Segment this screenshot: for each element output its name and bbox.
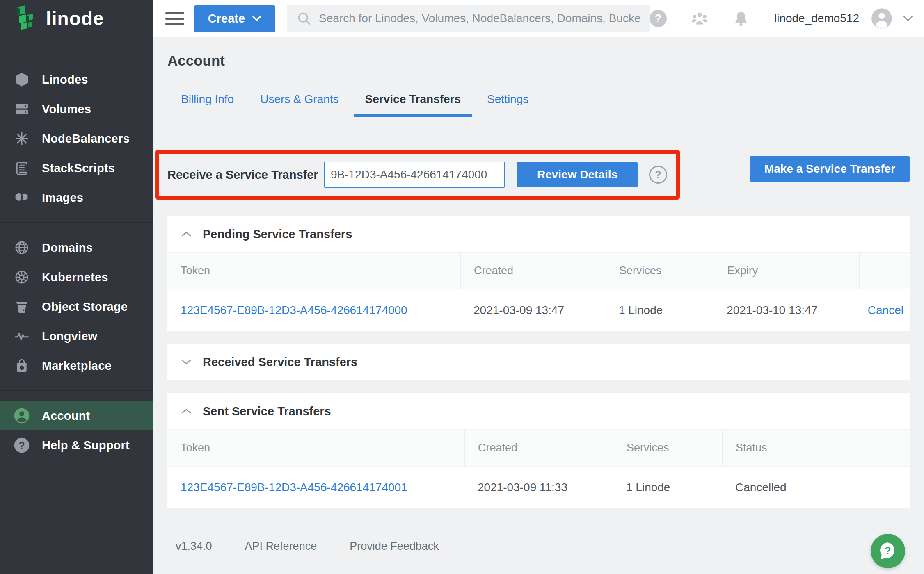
tab-service-transfers[interactable]: Service Transfers — [354, 93, 473, 116]
sidebar: linode Linodes Volumes NodeBalancers Sta… — [0, 0, 153, 574]
column-header-services: Services — [606, 253, 714, 289]
help-tooltip-icon[interactable]: ? — [649, 166, 667, 184]
page-title: Account — [167, 52, 910, 69]
svg-text:?: ? — [885, 545, 891, 556]
sidebar-item-marketplace[interactable]: Marketplace — [0, 351, 153, 380]
sidebar-item-label: Kubernetes — [42, 271, 108, 284]
token-link[interactable]: 123E4567-E89B-12D3-A456-426614174001 — [181, 481, 407, 494]
status-cell: Cancelled — [722, 481, 910, 494]
hamburger-menu-icon[interactable] — [165, 12, 184, 25]
services-cell: 1 Linode — [613, 481, 722, 494]
pulse-icon — [12, 328, 31, 344]
make-service-transfer-button[interactable]: Make a Service Transfer — [750, 156, 910, 182]
shopping-bag-icon — [12, 358, 31, 374]
column-header-token: Token — [167, 430, 464, 466]
section-title: Received Service Transfers — [203, 355, 357, 369]
sidebar-item-nodebalancers[interactable]: NodeBalancers — [0, 124, 153, 153]
app-version: v1.34.0 — [176, 540, 212, 553]
pending-transfers-card: Pending Service Transfers Token Created … — [167, 216, 910, 331]
sidebar-item-images[interactable]: Images — [0, 183, 153, 212]
notifications-bell-icon[interactable] — [733, 10, 749, 27]
chevron-up-icon — [181, 408, 192, 415]
username[interactable]: linode_demo512 — [774, 12, 859, 25]
globe-icon — [12, 239, 31, 256]
sidebar-item-help-support[interactable]: ? Help & Support — [0, 430, 153, 460]
create-button[interactable]: Create — [194, 5, 275, 32]
stackscripts-scroll-icon — [12, 160, 31, 176]
main-content: Account Billing Info Users & Grants Serv… — [153, 37, 924, 574]
sent-table-header: Token Created Services Status — [167, 429, 910, 466]
column-header-actions — [859, 253, 910, 289]
receive-transfer-row: Receive a Service Transfer Review Detail… — [167, 150, 910, 200]
tab-billing-info[interactable]: Billing Info — [169, 93, 245, 116]
header-right-cluster: ? linode_demo512 — [650, 7, 924, 30]
review-details-button[interactable]: Review Details — [517, 162, 638, 187]
sidebar-item-stackscripts[interactable]: StackScripts — [0, 153, 153, 183]
column-header-created: Created — [464, 430, 613, 466]
top-header: Create ? linode_demo512 — [153, 0, 924, 37]
nodebalancers-icon — [12, 130, 31, 147]
section-title: Sent Service Transfers — [203, 405, 331, 418]
sidebar-item-label: Account — [42, 409, 90, 423]
sidebar-item-label: NodeBalancers — [42, 132, 130, 146]
bucket-icon — [12, 298, 31, 315]
api-reference-link[interactable]: API Reference — [245, 540, 317, 553]
tab-users-grants[interactable]: Users & Grants — [249, 93, 350, 116]
global-search[interactable] — [287, 5, 650, 32]
pending-transfers-header[interactable]: Pending Service Transfers — [167, 216, 910, 252]
sidebar-item-volumes[interactable]: Volumes — [0, 94, 153, 124]
sent-transfers-card: Sent Service Transfers Token Created Ser… — [167, 393, 910, 508]
create-button-label: Create — [208, 12, 245, 25]
sidebar-item-linodes[interactable]: Linodes — [0, 65, 153, 94]
pending-table-header: Token Created Services Expiry — [167, 252, 910, 289]
help-icon[interactable]: ? — [650, 10, 667, 27]
created-cell: 2021-03-09 11:33 — [464, 481, 613, 494]
created-cell: 2021-03-09 13:47 — [460, 304, 606, 317]
sidebar-item-label: Images — [42, 191, 83, 205]
help-chat-button[interactable]: ? — [871, 534, 905, 568]
chevron-down-icon — [181, 358, 192, 366]
sidebar-item-domains[interactable]: Domains — [0, 233, 153, 262]
sidebar-item-kubernetes[interactable]: Kubernetes — [0, 262, 153, 292]
community-icon[interactable] — [690, 11, 709, 26]
received-transfers-card: Received Service Transfers — [167, 344, 910, 380]
question-circle-icon: ? — [12, 436, 31, 454]
images-icon — [12, 189, 31, 206]
account-person-icon — [12, 407, 31, 425]
cancel-link[interactable]: Cancel — [868, 304, 903, 317]
column-header-created: Created — [460, 253, 606, 289]
column-header-token: Token — [167, 253, 460, 289]
search-input[interactable] — [319, 12, 640, 25]
transfer-token-input[interactable] — [324, 162, 505, 188]
account-menu-chevron-icon[interactable] — [903, 15, 913, 22]
sent-transfers-header[interactable]: Sent Service Transfers — [167, 393, 910, 429]
column-header-services: Services — [613, 430, 722, 466]
sidebar-item-label: Marketplace — [42, 359, 112, 373]
footer: v1.34.0 API Reference Provide Feedback — [167, 540, 910, 553]
table-row: 123E4567-E89B-12D3-A456-426614174000 202… — [167, 289, 910, 331]
chevron-down-icon — [252, 16, 261, 21]
sidebar-item-label: Linodes — [42, 73, 88, 87]
linode-logo-icon — [15, 5, 39, 32]
annotation-highlight-box: Receive a Service Transfer Review Detail… — [155, 150, 680, 200]
receive-transfer-label: Receive a Service Transfer — [167, 168, 324, 182]
received-transfers-header[interactable]: Received Service Transfers — [167, 344, 910, 380]
sidebar-item-label: Longview — [42, 330, 97, 343]
sidebar-nav: Linodes Volumes NodeBalancers StackScrip… — [0, 65, 153, 460]
avatar[interactable] — [871, 7, 893, 30]
sidebar-item-longview[interactable]: Longview — [0, 321, 153, 351]
sidebar-item-account[interactable]: Account — [0, 401, 153, 430]
column-header-status: Status — [722, 430, 910, 466]
token-link[interactable]: 123E4567-E89B-12D3-A456-426614174000 — [181, 304, 407, 317]
brand-name: linode — [46, 7, 104, 30]
chevron-up-icon — [181, 230, 192, 238]
search-icon — [297, 11, 311, 26]
tab-settings[interactable]: Settings — [476, 93, 540, 116]
linode-logo[interactable]: linode — [0, 0, 153, 37]
sidebar-divider — [0, 212, 153, 233]
provide-feedback-link[interactable]: Provide Feedback — [350, 540, 439, 553]
sidebar-item-object-storage[interactable]: Object Storage — [0, 292, 153, 321]
kubernetes-wheel-icon — [12, 269, 31, 285]
linode-hexagon-icon — [12, 71, 31, 88]
account-tabs: Billing Info Users & Grants Service Tran… — [167, 93, 910, 116]
